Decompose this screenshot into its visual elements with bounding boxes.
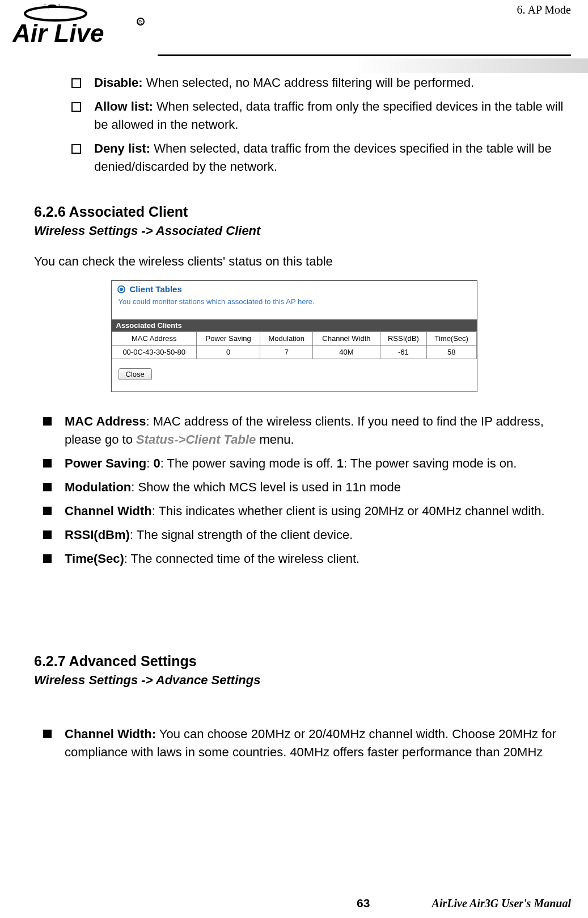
ss-title: Client Tables	[130, 284, 182, 294]
param-label: Channel Width	[65, 504, 152, 518]
sep: :	[146, 456, 153, 470]
param-label: Power Saving	[65, 456, 146, 470]
footer-manual-title: AirLive Air3G User's Manual	[432, 897, 571, 910]
page-footer: 63 AirLive Air3G User's Manual	[0, 896, 588, 910]
svg-text:R: R	[138, 19, 142, 25]
param-label: MAC Address	[65, 414, 146, 428]
option-allow: Allow list: When selected, data traffic …	[71, 98, 565, 134]
option-text: When selected, data traffic from the dev…	[94, 141, 552, 174]
param-time: Time(Sec): The connected time of the wir…	[43, 550, 565, 568]
option-deny: Deny list: When selected, data traffic f…	[71, 140, 565, 176]
airlive-logo: Air Live R	[12, 5, 149, 56]
col-time: Time(Sec)	[426, 332, 476, 346]
param-mac: MAC Address: MAC address of the wireless…	[43, 412, 565, 449]
param-rssi: RSSI(dBm): The signal strength of the cl…	[43, 526, 565, 544]
t0: : The power saving mode is off.	[160, 456, 337, 470]
cell-mod: 7	[260, 346, 313, 359]
ss-description: You could monitor stations which associa…	[112, 295, 477, 319]
svg-text:Air Live: Air Live	[12, 19, 104, 47]
intro-626: You can check the wireless clients' stat…	[34, 254, 571, 269]
heading-627: 6.2.7 Advanced Settings	[34, 653, 571, 669]
associated-client-params: MAC Address: MAC address of the wireless…	[43, 412, 565, 567]
param-text: : This indicates whether client is using…	[152, 504, 545, 518]
param-power: Power Saving: 0: The power saving mode i…	[43, 454, 565, 473]
mac-filter-options-list: Disable: When selected, no MAC address f…	[71, 74, 565, 175]
cell-mac: 00-0C-43-30-50-80	[112, 346, 196, 359]
param-text: : The signal strength of the client devi…	[130, 528, 353, 542]
cell-power: 0	[196, 346, 260, 359]
param-label: Modulation	[65, 480, 131, 494]
ss-subheader: Associated Clients	[112, 319, 477, 331]
advanced-settings-params: Channel Width: You can choose 20MHz or 2…	[43, 725, 565, 761]
param-channel-width: Channel Width: You can choose 20MHz or 2…	[43, 725, 565, 761]
table-header-row: MAC Address Power Saving Modulation Chan…	[112, 332, 476, 346]
col-power: Power Saving	[196, 332, 260, 346]
val1: 1	[337, 456, 344, 470]
close-button[interactable]: Close	[119, 368, 152, 380]
option-label: Deny list:	[94, 141, 150, 155]
option-text: When selected, data traffic from only th…	[94, 99, 563, 132]
col-mac: MAC Address	[112, 332, 196, 346]
header-divider	[0, 54, 588, 73]
svg-point-0	[25, 7, 86, 20]
chapter-label: 6. AP Mode	[517, 3, 571, 16]
menu-path: Status->Client Table	[136, 432, 256, 447]
radio-icon	[117, 285, 125, 293]
page-header: 6. AP Mode Air Live R	[0, 0, 588, 74]
option-text: When selected, no MAC address filtering …	[143, 75, 474, 90]
param-text: : The connected time of the wireless cli…	[124, 551, 359, 566]
cell-rssi: -61	[380, 346, 426, 359]
param-label: Time(Sec)	[65, 551, 124, 566]
cell-cw: 40M	[313, 346, 380, 359]
option-label: Allow list:	[94, 99, 153, 113]
heading-626: 6.2.6 Associated Client	[34, 204, 571, 220]
option-label: Disable:	[94, 75, 143, 90]
breadcrumb-626: Wireless Settings -> Associated Client	[34, 224, 571, 238]
client-tables-screenshot: Client Tables You could monitor stations…	[17, 280, 571, 392]
page-number: 63	[357, 896, 370, 910]
option-disable: Disable: When selected, no MAC address f…	[71, 74, 565, 92]
associated-clients-table: MAC Address Power Saving Modulation Chan…	[112, 331, 477, 359]
param-tail: menu.	[256, 432, 294, 447]
t1: : The power saving mode is on.	[344, 456, 517, 470]
param-mod: Modulation: Show the which MCS level is …	[43, 478, 565, 496]
col-mod: Modulation	[260, 332, 313, 346]
param-label: Channel Width:	[65, 727, 156, 741]
param-cw: Channel Width: This indicates whether cl…	[43, 502, 565, 520]
table-row: 00-0C-43-30-50-80 0 7 40M -61 58	[112, 346, 476, 359]
param-text: : Show the which MCS level is used in 11…	[131, 480, 401, 494]
val0: 0	[154, 456, 160, 470]
breadcrumb-627: Wireless Settings -> Advance Settings	[34, 673, 571, 688]
col-rssi: RSSI(dB)	[380, 332, 426, 346]
cell-time: 58	[426, 346, 476, 359]
col-cw: Channel Width	[313, 332, 380, 346]
param-label: RSSI(dBm)	[65, 528, 130, 542]
